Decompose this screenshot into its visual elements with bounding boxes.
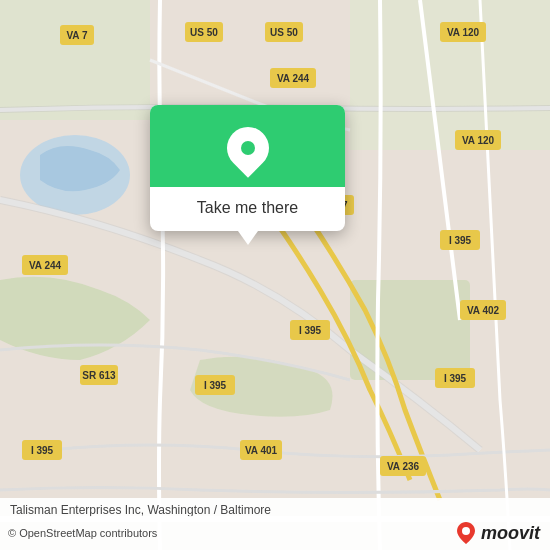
take-me-there-button[interactable]: Take me there <box>181 187 314 231</box>
svg-text:I 395: I 395 <box>31 445 54 456</box>
svg-text:SR 613: SR 613 <box>82 370 116 381</box>
svg-text:VA 402: VA 402 <box>467 305 500 316</box>
moovit-logo: moovit <box>457 522 540 544</box>
svg-text:I 395: I 395 <box>204 380 227 391</box>
popup-card: Take me there <box>150 105 345 231</box>
svg-point-39 <box>462 527 470 535</box>
attribution-bar: © OpenStreetMap contributors moovit <box>0 516 550 550</box>
svg-text:VA 120: VA 120 <box>447 27 480 38</box>
map-container: VA 7 US 50 US 50 VA 120 VA 244 VA 7 VA 1… <box>0 0 550 550</box>
location-name: Talisman Enterprises Inc, Washington / B… <box>10 503 271 517</box>
osm-attribution: © OpenStreetMap contributors <box>8 527 157 539</box>
svg-text:VA 244: VA 244 <box>277 73 310 84</box>
svg-text:VA 120: VA 120 <box>462 135 495 146</box>
moovit-text: moovit <box>481 523 540 544</box>
svg-text:VA 244: VA 244 <box>29 260 62 271</box>
popup-header <box>150 105 345 187</box>
svg-text:VA 7: VA 7 <box>66 30 88 41</box>
svg-text:I 395: I 395 <box>299 325 322 336</box>
svg-text:US 50: US 50 <box>270 27 298 38</box>
location-pin-icon <box>218 118 277 177</box>
svg-text:I 395: I 395 <box>444 373 467 384</box>
svg-text:US 50: US 50 <box>190 27 218 38</box>
svg-rect-3 <box>0 0 150 120</box>
svg-text:VA 236: VA 236 <box>387 461 420 472</box>
popup-tail <box>238 231 258 245</box>
svg-text:I 395: I 395 <box>449 235 472 246</box>
moovit-pin-icon <box>457 522 475 544</box>
svg-text:VA 401: VA 401 <box>245 445 278 456</box>
